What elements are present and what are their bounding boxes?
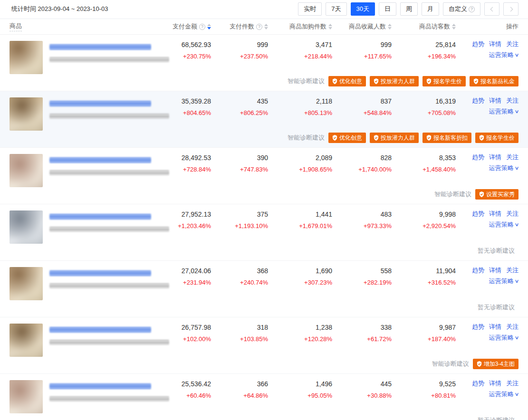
suggestion-row: 智能诊断建议 设置买家秀 — [10, 189, 518, 200]
strategy-dropdown[interactable]: 运营策略 ∨ — [456, 391, 518, 397]
column-label: 支付金额 — [173, 22, 197, 31]
product-thumbnail[interactable] — [10, 210, 43, 244]
shield-check-icon — [426, 78, 432, 84]
column-header-favorite-count[interactable]: 商品收藏人数 — [332, 22, 392, 31]
suggestion-badge[interactable]: 报名学生价 — [422, 76, 466, 86]
chevron-down-icon: ∨ — [514, 222, 519, 227]
shield-check-icon — [374, 78, 379, 84]
suggestion-badge[interactable]: 优化创意 — [328, 76, 366, 86]
trend-link[interactable]: 趋势 — [472, 380, 484, 386]
strategy-dropdown[interactable]: 运营策略 ∨ — [456, 221, 518, 228]
cart-count-value: 1,690 — [268, 267, 332, 275]
detail-link[interactable]: 详情 — [489, 97, 501, 104]
detail-link[interactable]: 详情 — [489, 267, 501, 273]
column-header-product: 商品 — [10, 22, 163, 31]
follow-link[interactable]: 关注 — [506, 324, 518, 330]
pay-count-cell: 366 +64.86% — [211, 380, 268, 399]
column-header-pay-amount[interactable]: 支付金额 — [163, 22, 211, 31]
detail-link[interactable]: 详情 — [489, 154, 501, 160]
suggestion-badge[interactable]: 设置买家秀 — [475, 189, 518, 200]
strategy-dropdown[interactable]: 运营策略 ∨ — [456, 334, 518, 341]
product-title-link[interactable] — [49, 270, 151, 276]
pay-amount-cell: 26,757.98 +102.00% — [163, 324, 211, 343]
follow-link[interactable]: 关注 — [506, 97, 518, 104]
suggestion-badge[interactable]: 优化创意 — [328, 133, 366, 143]
suggestion-badge[interactable]: 投放潜力人群 — [370, 133, 419, 143]
range-button-month[interactable]: 月 — [422, 2, 439, 16]
follow-link[interactable]: 关注 — [506, 154, 518, 160]
range-button-custom[interactable]: 自定义 — [443, 2, 480, 16]
product-subtitle — [49, 283, 169, 288]
strategy-dropdown[interactable]: 运营策略 ∨ — [456, 52, 518, 58]
product-title-link[interactable] — [49, 44, 151, 50]
suggestion-badge[interactable]: 报名学生价 — [475, 133, 518, 143]
range-button-label: 实时 — [304, 5, 316, 13]
column-header-pay-count[interactable]: 支付件数 — [211, 22, 268, 31]
detail-link[interactable]: 详情 — [489, 324, 501, 330]
strategy-dropdown[interactable]: 运营策略 ∨ — [456, 165, 518, 171]
visitor-count-delta: +187.40% — [392, 335, 456, 343]
product-thumbnail[interactable] — [10, 380, 43, 413]
favorite-count-value: 338 — [332, 324, 392, 331]
range-button-realtime[interactable]: 实时 — [298, 2, 322, 16]
product-title-link[interactable] — [49, 383, 151, 389]
follow-link[interactable]: 关注 — [506, 267, 518, 273]
detail-link[interactable]: 详情 — [489, 41, 501, 47]
strategy-dropdown[interactable]: 运营策略 ∨ — [456, 278, 518, 284]
product-title-link[interactable] — [49, 327, 151, 333]
range-button-label: 周 — [406, 5, 412, 13]
pay-amount-delta: +102.00% — [163, 335, 211, 343]
range-button-day[interactable]: 日 — [379, 2, 396, 16]
product-cell — [10, 41, 163, 74]
product-thumbnail[interactable] — [10, 97, 43, 131]
trend-link[interactable]: 趋势 — [472, 97, 484, 104]
next-period-button[interactable] — [503, 2, 518, 16]
follow-link[interactable]: 关注 — [506, 380, 518, 386]
column-header-cart-count[interactable]: 商品加购件数 — [268, 22, 332, 31]
pay-count-cell: 390 +747.83% — [211, 154, 268, 173]
trend-link[interactable]: 趋势 — [472, 324, 484, 330]
follow-link[interactable]: 关注 — [506, 210, 518, 217]
pay-count-delta: +240.74% — [211, 279, 268, 286]
product-title-link[interactable] — [49, 101, 151, 106]
chevron-right-icon — [508, 7, 513, 11]
trend-link[interactable]: 趋势 — [472, 154, 484, 160]
trend-link[interactable]: 趋势 — [472, 41, 484, 47]
table-body: 68,562.93 +230.75% 999 +237.50% 3,471 +2… — [0, 35, 528, 420]
range-button-30d[interactable]: 30天 — [351, 2, 375, 16]
product-title-link[interactable] — [49, 157, 151, 163]
pay-amount-value: 27,024.06 — [163, 267, 211, 275]
column-label: 商品加购件数 — [289, 22, 326, 31]
cart-count-value: 1,238 — [268, 324, 332, 331]
suggestion-badge-label: 报名新品礼金 — [480, 77, 515, 86]
product-thumbnail[interactable] — [10, 267, 43, 300]
suggestion-row: 智能诊断建议 增加3-4主图 — [10, 359, 518, 369]
prev-period-button[interactable] — [484, 2, 499, 16]
product-thumbnail[interactable] — [10, 41, 43, 74]
pay-amount-delta: +230.75% — [163, 53, 211, 60]
visitor-count-cell: 16,319 +705.08% — [392, 97, 456, 116]
shield-check-icon — [332, 78, 337, 84]
detail-link[interactable]: 详情 — [489, 380, 501, 386]
product-subtitle — [49, 340, 169, 345]
suggestion-badge[interactable]: 报名新客折扣 — [422, 133, 471, 143]
product-title-link[interactable] — [49, 214, 151, 220]
follow-link[interactable]: 关注 — [506, 41, 518, 47]
chevron-down-icon: ∨ — [514, 335, 519, 340]
product-thumbnail[interactable] — [10, 154, 43, 187]
trend-link[interactable]: 趋势 — [472, 267, 484, 273]
detail-link[interactable]: 详情 — [489, 210, 501, 217]
strategy-dropdown[interactable]: 运营策略 ∨ — [456, 108, 518, 115]
suggestion-badge[interactable]: 报名新品礼金 — [470, 76, 518, 86]
pay-amount-delta: +60.46% — [163, 392, 211, 399]
range-button-7d[interactable]: 7天 — [326, 2, 346, 16]
visitor-count-delta: +705.08% — [392, 109, 456, 116]
trend-link[interactable]: 趋势 — [472, 210, 484, 217]
product-thumbnail[interactable] — [10, 324, 43, 357]
suggestion-badge[interactable]: 增加3-4主图 — [473, 359, 518, 369]
visitor-count-value: 25,814 — [392, 41, 456, 48]
range-button-week[interactable]: 周 — [400, 2, 418, 16]
column-header-visitor-count[interactable]: 商品访客数 — [392, 22, 456, 31]
favorite-count-delta: +117.65% — [332, 53, 392, 60]
suggestion-badge[interactable]: 投放潜力人群 — [370, 76, 419, 86]
